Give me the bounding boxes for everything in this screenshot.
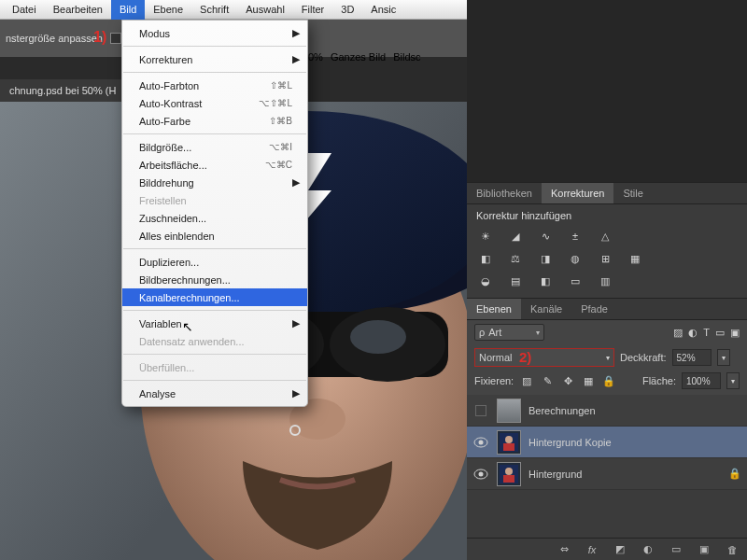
fit-window-checkbox[interactable]	[110, 33, 121, 44]
bild-menu-dropdown: Modus▶Korrekturen▶Auto-Farbton⇧⌘LAuto-Ko…	[121, 20, 308, 407]
fill-input[interactable]: 100%	[682, 372, 721, 389]
link-layers-icon[interactable]: ⇔	[557, 543, 571, 556]
exposure-icon[interactable]: ±	[566, 229, 585, 244]
lock-all-icon[interactable]: 🔒	[601, 374, 616, 387]
opacity-input[interactable]: 52%	[672, 349, 712, 366]
zoom-pct-button[interactable]: 0%	[308, 51, 323, 63]
menu-item[interactable]: Korrekturen▶	[122, 50, 307, 68]
tab-korrekturen[interactable]: Korrekturen	[542, 183, 613, 203]
menu-item[interactable]: Bildgröße...⌥⌘I	[122, 138, 307, 156]
balance-icon[interactable]: ⚖	[506, 251, 525, 266]
threshold-icon[interactable]: ◧	[536, 273, 555, 288]
submenu-arrow-icon: ▶	[292, 387, 300, 399]
filter-type-icon[interactable]: T	[703, 327, 710, 338]
submenu-arrow-icon: ▶	[292, 27, 300, 39]
lock-icon: 🔒	[728, 468, 741, 480]
tab-bibliotheken[interactable]: Bibliotheken	[467, 183, 542, 203]
visibility-toggle[interactable]	[472, 405, 489, 416]
opacity-stepper[interactable]: ▾	[717, 349, 730, 366]
tab-kanaele[interactable]: Kanäle	[521, 299, 571, 319]
submenu-arrow-icon: ▶	[292, 176, 300, 189]
brightness-icon[interactable]: ☀	[476, 229, 495, 244]
trash-icon[interactable]: 🗑	[725, 543, 740, 556]
hue-icon[interactable]: ◧	[476, 251, 495, 266]
menu-item[interactable]: Bildberechnungen...	[122, 271, 307, 288]
new-layer-icon[interactable]: ▣	[697, 543, 712, 556]
fill-label: Fläche:	[642, 375, 676, 386]
fx-icon[interactable]: fx	[585, 543, 599, 556]
layer-name: Berechnungen	[529, 405, 596, 416]
visibility-toggle[interactable]	[472, 437, 489, 448]
fit-whole-button[interactable]: Ganzes Bild	[331, 51, 386, 63]
menu-item[interactable]: Auto-Farbe⇧⌘B	[122, 112, 307, 130]
document-tab[interactable]: chnung.psd bei 50% (H	[0, 79, 125, 102]
adjustment-layer-icon[interactable]: ◐	[641, 543, 655, 556]
layer-filter-select[interactable]: ρ Art▾	[474, 324, 544, 341]
menu-ebene[interactable]: Ebene	[145, 0, 191, 20]
menu-bearbeiten[interactable]: Bearbeiten	[45, 0, 111, 20]
adjustments-tabs: Bibliotheken Korrekturen Stile	[467, 182, 747, 204]
menu-item[interactable]: Modus▶	[122, 24, 307, 42]
menu-3d[interactable]: 3D	[332, 0, 362, 20]
filter-smart-icon[interactable]: ▣	[730, 327, 740, 339]
menu-datei[interactable]: Datei	[4, 0, 45, 20]
vibrance-icon[interactable]: △	[596, 229, 614, 244]
menu-filter[interactable]: Filter	[293, 0, 332, 20]
tab-ebenen[interactable]: Ebenen	[467, 299, 521, 319]
levels-icon[interactable]: ◢	[506, 229, 525, 244]
tab-pfade[interactable]: Pfade	[571, 299, 617, 319]
invert-icon[interactable]: ◒	[476, 273, 495, 288]
annotation-1: 1)	[93, 29, 106, 46]
menu-item[interactable]: Variablen▶	[122, 315, 307, 332]
layer-thumb	[497, 399, 521, 423]
menu-item[interactable]: Alles einblenden	[122, 227, 307, 245]
bw-icon[interactable]: ◨	[536, 251, 555, 266]
menu-item[interactable]: Analyse▶	[122, 385, 307, 402]
menu-item[interactable]: Bilddrehung▶	[122, 174, 307, 191]
tab-stile[interactable]: Stile	[613, 183, 652, 203]
svg-point-12	[479, 440, 484, 444]
menu-item[interactable]: Arbeitsfläche...⌥⌘C	[122, 156, 307, 174]
menu-schrift[interactable]: Schrift	[191, 0, 237, 20]
svg-point-14	[505, 436, 513, 443]
filter-pixel-icon[interactable]: ▨	[673, 327, 683, 339]
menu-item[interactable]: Zuschneiden...	[122, 209, 307, 227]
menu-item[interactable]: Auto-Farbton⇧⌘L	[122, 77, 307, 94]
visibility-toggle[interactable]	[472, 469, 489, 480]
menu-bild[interactable]: Bild	[111, 0, 145, 20]
annotation-2: 2)	[519, 349, 531, 365]
blend-mode-select[interactable]: Normal 2) ▾	[474, 348, 614, 367]
menu-ansicht[interactable]: Ansic	[362, 0, 404, 20]
channel-mixer-icon[interactable]: ⊞	[596, 251, 614, 266]
group-icon[interactable]: ▭	[669, 543, 684, 556]
menu-item[interactable]: Auto-Kontrast⌥⇧⌘L	[122, 94, 307, 112]
svg-rect-20	[503, 475, 514, 483]
submenu-arrow-icon: ▶	[292, 317, 300, 329]
fill-stepper[interactable]: ▾	[726, 372, 740, 389]
menu-auswahl[interactable]: Auswahl	[237, 0, 293, 20]
lock-transparency-icon[interactable]: ▨	[519, 374, 534, 387]
lock-pixels-icon[interactable]: ✎	[540, 374, 555, 387]
posterize-icon[interactable]: ▤	[506, 273, 525, 288]
mask-icon[interactable]: ◩	[613, 543, 627, 556]
filter-shape-icon[interactable]: ▭	[715, 327, 725, 339]
fit-screen-button[interactable]: Bildsc	[393, 51, 420, 63]
layers-tabs: Ebenen Kanäle Pfade	[467, 298, 747, 320]
lock-position-icon[interactable]: ✥	[560, 374, 575, 387]
lut-icon[interactable]: ▦	[626, 251, 644, 266]
selective-color-icon[interactable]: ▥	[596, 273, 614, 288]
layer-row[interactable]: Hintergrund Kopie	[467, 427, 747, 458]
photo-filter-icon[interactable]: ◍	[566, 251, 585, 266]
layer-list: BerechnungenHintergrund KopieHintergrund…	[467, 395, 747, 490]
layer-row[interactable]: Hintergrund🔒	[467, 458, 747, 490]
menu-item[interactable]: Duplizieren...	[122, 253, 307, 271]
layer-row[interactable]: Berechnungen	[467, 395, 747, 427]
menu-item[interactable]: Kanalberechnungen...	[122, 288, 307, 306]
lock-artboard-icon[interactable]: ▦	[581, 374, 596, 387]
curves-icon[interactable]: ∿	[536, 229, 555, 244]
gradient-map-icon[interactable]: ▭	[566, 273, 585, 288]
layers-bottom-bar: ⇔ fx ◩ ◐ ▭ ▣ 🗑	[467, 538, 747, 560]
filter-adjust-icon[interactable]: ◐	[688, 327, 698, 339]
menu-item: Datensatz anwenden...	[122, 332, 307, 350]
right-panel: Bibliotheken Korrekturen Stile Korrektur…	[467, 0, 747, 560]
